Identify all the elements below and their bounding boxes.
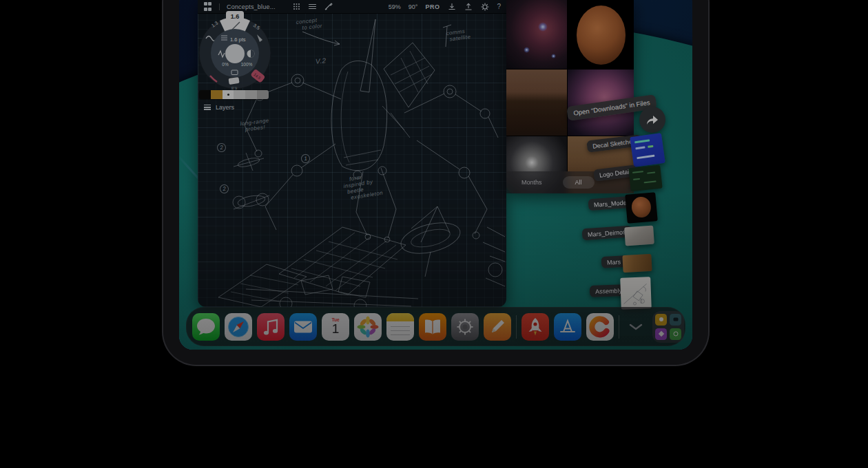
pen-tool-icon[interactable] [324,2,333,11]
swatch-white-selected[interactable] [223,90,234,99]
mail-app-icon[interactable] [289,313,317,341]
import-icon[interactable] [447,2,456,11]
drag-thumb-mars[interactable] [622,254,652,273]
swatch-gray[interactable] [245,90,257,99]
document-title[interactable]: Concepts_blue... [227,3,276,10]
settings-gear-icon[interactable] [480,2,489,11]
swatch-gray-light[interactable] [234,90,245,99]
drag-thumb-assembly[interactable] [620,277,652,310]
tool-wheel-center[interactable] [225,44,245,63]
stroke-width-value: 1.6 pts [230,36,246,43]
annotation-version: V.2 [316,57,327,64]
drag-thumb-logo-detail[interactable] [628,165,662,192]
concepts-app-icon[interactable] [586,313,614,341]
tips-mini-icon [655,314,667,326]
photo-mars-landscape[interactable] [506,70,567,136]
active-tool-size: 1.6 [231,13,240,20]
toolbar-divider [219,3,220,10]
dock-collapse-button[interactable] [624,313,648,341]
zoom-level[interactable]: 59% [389,3,401,10]
concepts-window: concept to color V.2 comms satellite lon… [198,0,506,307]
filter-months[interactable]: Months [521,179,542,186]
pro-badge[interactable]: PRO [425,3,440,10]
photo-mars-globe[interactable] [568,0,634,69]
safari-app-icon[interactable] [225,313,252,341]
photos-app-icon[interactable] [354,313,382,341]
stage: concept to color V.2 comms satellite lon… [0,0,868,468]
export-share-icon[interactable] [464,2,473,11]
layers-menu-icon [204,103,211,111]
drag-thumb-mars-model[interactable] [625,192,657,224]
layers-button[interactable]: Layers [204,103,234,111]
dock: Tue 1 [186,307,685,346]
app-library-icon[interactable] [652,311,684,343]
swatch-gold[interactable] [211,90,223,99]
pages-app-icon[interactable] [484,313,511,341]
notes-yellow-band [386,313,414,321]
color-swatch-bar[interactable] [199,90,269,99]
drag-thumb-mars-deimos[interactable] [624,226,654,246]
camera-mini-icon [670,314,681,326]
settings-app-icon[interactable] [451,313,479,341]
chevron-down-icon [629,323,643,330]
layers-label: Layers [216,104,234,111]
photo-horsehead-nebula[interactable] [506,0,567,69]
calendar-day: 1 [322,322,349,335]
star-mini-icon [655,328,667,340]
notes-app-icon[interactable] [386,313,414,341]
help-button[interactable]: ? [497,3,501,10]
opacity-max: 100% [241,62,253,67]
messages-app-icon[interactable] [192,313,220,341]
share-forward-button[interactable] [639,107,665,133]
photo-grid [506,0,634,193]
dock-divider [619,315,619,339]
ipad-screen: concept to color V.2 comms satellite lon… [179,0,692,350]
forward-arrow-icon [645,114,659,126]
filter-all[interactable]: All [563,176,595,189]
rocket-app-icon[interactable] [521,313,549,341]
app-store-app-icon[interactable] [554,313,581,341]
tool-wheel[interactable]: 1.6 1.3 3.5 14.5 6.8 1.6 pts [198,10,276,94]
music-app-icon[interactable] [257,313,285,341]
dots-grid-icon[interactable] [292,2,301,11]
layers-stack-icon[interactable] [308,2,317,11]
dock-divider [516,315,517,339]
swatch-gray-dark[interactable] [257,90,269,99]
swatch-black[interactable] [199,90,211,99]
rotation-value[interactable]: 90° [409,3,418,10]
timer-mini-icon [670,328,681,340]
photos-window: Months All [506,0,634,193]
books-app-icon[interactable] [419,313,446,341]
selected-swatch-dot [227,94,229,96]
calendar-app-icon[interactable]: Tue 1 [322,313,349,341]
drag-thumb-decal-sketches[interactable] [630,133,665,167]
opacity-min: 0% [222,62,229,67]
